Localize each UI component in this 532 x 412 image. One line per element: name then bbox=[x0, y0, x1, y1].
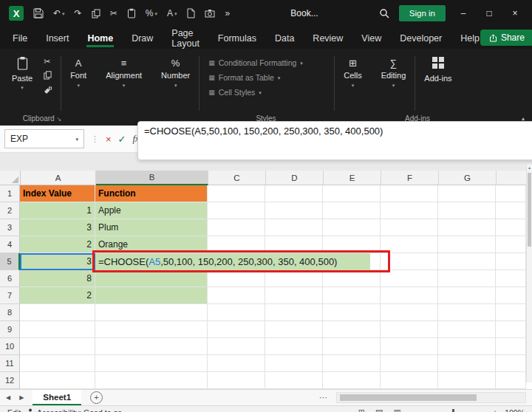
cell-partial-r2[interactable] bbox=[496, 202, 526, 219]
cell-B11[interactable] bbox=[95, 355, 208, 372]
menu-tab-review[interactable]: Review bbox=[312, 28, 344, 47]
alignment-group-button[interactable]: ≡Alignment▾ bbox=[106, 58, 142, 88]
cell-E7[interactable] bbox=[323, 287, 381, 304]
paste-button[interactable]: Paste ▾ bbox=[7, 55, 37, 97]
view-page-break-icon[interactable]: ▥ bbox=[393, 408, 400, 412]
cell-F2[interactable] bbox=[381, 202, 438, 219]
close-button[interactable]: × bbox=[507, 8, 523, 18]
cell-F3[interactable] bbox=[381, 219, 438, 236]
view-page-layout-icon[interactable]: ▤ bbox=[375, 408, 383, 412]
cell-A9[interactable] bbox=[20, 321, 95, 338]
column-header-partial[interactable] bbox=[497, 171, 526, 185]
cell-G11[interactable] bbox=[438, 355, 496, 372]
cell-A10[interactable] bbox=[20, 338, 95, 355]
cell-C1[interactable] bbox=[208, 185, 265, 202]
cell-C8[interactable] bbox=[208, 304, 265, 321]
formula-input[interactable]: =CHOOSE(A5,50,100, 150,200, 250,300, 350… bbox=[137, 121, 532, 160]
cell-G5[interactable] bbox=[438, 253, 496, 270]
cell-partial-r7[interactable] bbox=[496, 287, 526, 304]
confirm-icon[interactable]: ✓ bbox=[118, 134, 126, 145]
cell-A4[interactable]: 2 bbox=[20, 236, 95, 253]
row-header-5[interactable]: 5 bbox=[0, 253, 20, 270]
cell-F10[interactable] bbox=[381, 338, 438, 355]
cell-E11[interactable] bbox=[323, 355, 381, 372]
cell-F6[interactable] bbox=[381, 270, 438, 287]
column-header-A[interactable]: A bbox=[21, 171, 96, 185]
row-header-8[interactable]: 8 bbox=[0, 304, 20, 321]
cell-partial-r3[interactable] bbox=[496, 219, 526, 236]
cell-A12[interactable] bbox=[20, 372, 95, 389]
cell-A2[interactable]: 1 bbox=[20, 202, 95, 219]
camera-icon[interactable] bbox=[205, 9, 215, 18]
menu-tab-insert[interactable]: Insert bbox=[45, 28, 69, 47]
add-ins-button[interactable]: Add-ins bbox=[424, 55, 451, 83]
cell-G3[interactable] bbox=[438, 219, 496, 236]
copy-icon[interactable] bbox=[92, 9, 100, 18]
cell-B5-formula-edit[interactable]: =CHOOSE(A5,50,100, 150,200, 250,300, 350… bbox=[95, 253, 370, 270]
row-header-10[interactable]: 10 bbox=[0, 338, 20, 355]
cancel-icon[interactable]: × bbox=[106, 134, 112, 145]
column-header-B[interactable]: B bbox=[96, 171, 208, 185]
copy-icon[interactable] bbox=[44, 71, 52, 81]
cell-G8[interactable] bbox=[438, 304, 496, 321]
cell-E3[interactable] bbox=[323, 219, 381, 236]
cell-partial-r5[interactable] bbox=[496, 253, 526, 270]
vertical-scrollbar[interactable]: ▴ bbox=[526, 164, 532, 382]
cell-D1[interactable] bbox=[265, 185, 323, 202]
cell-C9[interactable] bbox=[208, 321, 265, 338]
cell-F12[interactable] bbox=[381, 372, 438, 389]
cell-A5[interactable]: 3 bbox=[20, 253, 95, 270]
cell-F9[interactable] bbox=[381, 321, 438, 338]
cell-B2[interactable]: Apple bbox=[95, 202, 208, 219]
format-painter-icon[interactable] bbox=[44, 86, 52, 97]
number-format-icon[interactable]: %▾ bbox=[146, 9, 157, 18]
cell-D9[interactable] bbox=[265, 321, 323, 338]
sheet-tab-sheet1[interactable]: Sheet1 bbox=[33, 390, 81, 405]
cut-icon[interactable]: ✂ bbox=[44, 58, 52, 66]
menu-tab-page-layout[interactable]: Page Layout bbox=[171, 23, 200, 52]
cell-D10[interactable] bbox=[265, 338, 323, 355]
cell-partial-r12[interactable] bbox=[496, 372, 526, 389]
view-normal-icon[interactable]: ⊞ bbox=[358, 408, 365, 412]
cell-B6[interactable] bbox=[95, 270, 208, 287]
cell-C12[interactable] bbox=[208, 372, 265, 389]
cell-A8[interactable] bbox=[20, 304, 95, 321]
minimize-button[interactable]: – bbox=[455, 8, 471, 18]
cell-F1[interactable] bbox=[381, 185, 438, 202]
row-header-1[interactable]: 1 bbox=[0, 185, 20, 202]
cell-D7[interactable] bbox=[265, 287, 323, 304]
save-icon[interactable] bbox=[33, 8, 44, 18]
font-style-icon[interactable]: A▾ bbox=[167, 9, 177, 18]
cell-G6[interactable] bbox=[438, 270, 496, 287]
row-header-12[interactable]: 12 bbox=[0, 372, 20, 389]
menu-tab-help[interactable]: Help bbox=[460, 28, 480, 47]
cell-E6[interactable] bbox=[323, 270, 381, 287]
overflow-icon[interactable]: » bbox=[225, 9, 230, 18]
cell-A7[interactable]: 2 bbox=[20, 287, 95, 304]
maximize-button[interactable]: □ bbox=[481, 8, 497, 18]
cell-D3[interactable] bbox=[265, 219, 323, 236]
add-sheet-button[interactable]: + bbox=[90, 391, 103, 404]
row-header-6[interactable]: 6 bbox=[0, 270, 20, 287]
row-header-9[interactable]: 9 bbox=[0, 321, 20, 338]
cell-F11[interactable] bbox=[381, 355, 438, 372]
font-group-button[interactable]: AFont▾ bbox=[70, 58, 86, 88]
cell-A1[interactable]: Index Value bbox=[20, 185, 95, 202]
editing-group-button[interactable]: ∑Editing▾ bbox=[381, 58, 406, 88]
sign-in-button[interactable]: Sign in bbox=[399, 5, 446, 21]
cell-B9[interactable] bbox=[95, 321, 208, 338]
scroll-up-icon[interactable]: ▴ bbox=[528, 164, 531, 171]
cell-partial-r6[interactable] bbox=[496, 270, 526, 287]
cell-partial-r10[interactable] bbox=[496, 338, 526, 355]
cell-D6[interactable] bbox=[265, 270, 323, 287]
page-icon[interactable] bbox=[186, 8, 195, 18]
accessibility-status[interactable]: Accessibility: Good to go bbox=[27, 408, 122, 412]
cell-A11[interactable] bbox=[20, 355, 95, 372]
row-header-4[interactable]: 4 bbox=[0, 236, 20, 253]
cell-partial-r9[interactable] bbox=[496, 321, 526, 338]
cell-G9[interactable] bbox=[438, 321, 496, 338]
cell-G1[interactable] bbox=[438, 185, 496, 202]
column-header-F[interactable]: F bbox=[381, 171, 439, 185]
cell-B10[interactable] bbox=[95, 338, 208, 355]
cell-E9[interactable] bbox=[323, 321, 381, 338]
